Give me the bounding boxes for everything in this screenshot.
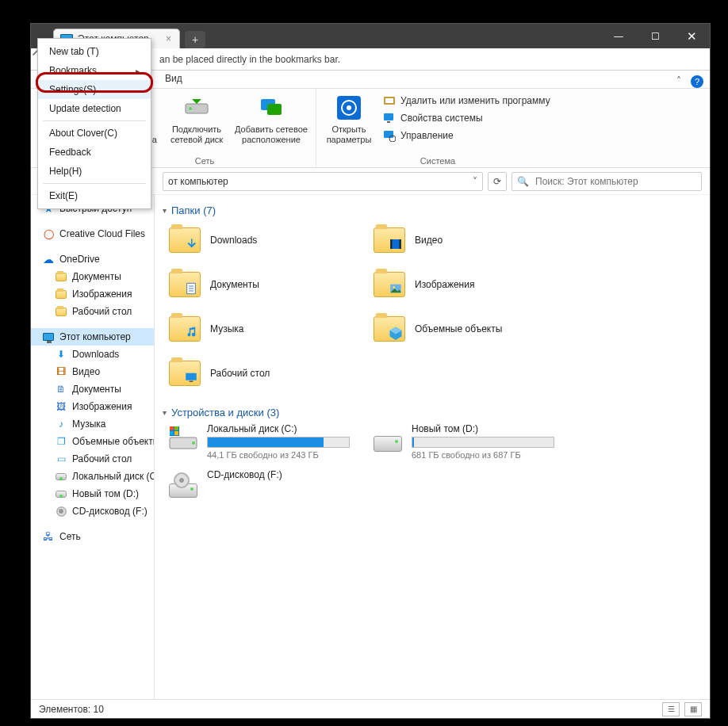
close-window-button[interactable]: ✕ <box>673 24 710 48</box>
status-items: Элементов: 10 <box>39 704 104 715</box>
nav-ddrive[interactable]: Новый том (D:) <box>31 485 154 502</box>
nav-cdrive[interactable]: Локальный диск (C:) <box>31 468 154 485</box>
folder-icon <box>374 227 405 253</box>
svg-rect-25 <box>186 373 197 380</box>
menu-feedback[interactable]: Feedback <box>38 143 151 162</box>
search-input[interactable] <box>534 175 696 188</box>
folder-icon <box>374 316 405 342</box>
group-drives-header[interactable]: ▾Устройства и диски (3) <box>163 407 702 418</box>
wrench-menu: New tab (T) Bookmarks▸ Settings(S) Updat… <box>37 38 151 209</box>
disc-icon <box>167 469 199 501</box>
nav-od-docs[interactable]: Документы <box>31 268 154 285</box>
search-icon: 🔍 <box>517 176 529 187</box>
group-folders-header[interactable]: ▾Папки (7) <box>163 204 702 216</box>
nav-this-pc[interactable]: Этот компьютер <box>31 328 154 346</box>
ribbon-item-system-props[interactable]: Свойства системы <box>380 111 554 125</box>
svg-rect-26 <box>190 381 193 383</box>
drive-icon <box>372 423 404 455</box>
collapse-ribbon-icon[interactable]: ˄ <box>672 74 686 88</box>
menu-exit[interactable]: Exit(E) <box>38 186 151 205</box>
creative-cloud-icon: ◯ <box>42 227 55 240</box>
folder-music[interactable]: Музыка <box>167 310 366 348</box>
menu-separator <box>43 120 146 121</box>
folder-docs[interactable]: Документы <box>167 266 366 304</box>
nav-dvd[interactable]: CD-дисковод (F:) <box>31 502 154 520</box>
ribbon-item-uninstall[interactable]: Удалить или изменить программу <box>380 94 554 108</box>
uninstall-icon <box>383 94 396 107</box>
chevron-down-icon[interactable]: ˅ <box>473 176 477 187</box>
menu-help[interactable]: Help(H) <box>38 162 151 181</box>
ribbon-item-manage[interactable]: Управление <box>380 128 554 143</box>
menu-about[interactable]: About Clover(C) <box>38 124 151 143</box>
new-tab-button[interactable]: + <box>185 31 205 48</box>
folder-pics[interactable]: Изображения <box>372 266 570 304</box>
folder-video[interactable]: Видео <box>372 221 570 259</box>
svg-point-4 <box>189 107 192 110</box>
nav-pics[interactable]: 🖼Изображения <box>31 398 154 415</box>
svg-rect-30 <box>170 426 174 430</box>
ribbon-item-map-drive[interactable]: Подключить сетевой диск <box>165 92 228 146</box>
folder-icon <box>55 305 67 318</box>
svg-rect-12 <box>384 113 393 120</box>
nav-onedrive[interactable]: ☁OneDrive <box>31 250 154 268</box>
svg-rect-18 <box>400 239 401 249</box>
folder-3d[interactable]: Объемные объекты <box>372 310 570 348</box>
video-icon: 🎞 <box>55 365 67 378</box>
nav-network[interactable]: 🖧Сеть <box>31 528 154 545</box>
nav-od-desk[interactable]: Рабочий стол <box>31 303 154 320</box>
pics-icon: 🖼 <box>55 400 67 413</box>
maximize-button[interactable]: ☐ <box>637 24 673 48</box>
drive-f[interactable]: CD-дисковод (F:) <box>167 469 366 501</box>
nav-ccf[interactable]: ◯Creative Cloud Files <box>31 225 154 243</box>
nav-3d[interactable]: ❒Объемные объекты <box>31 433 154 450</box>
nav-downloads[interactable]: ⬇Downloads <box>31 346 154 363</box>
folder-icon <box>55 288 67 300</box>
menu-bookmarks[interactable]: Bookmarks▸ <box>38 61 151 80</box>
menu-separator <box>43 183 146 184</box>
add-location-icon <box>258 94 285 121</box>
ribbon-group-label-system: Система <box>420 155 455 166</box>
minimize-button[interactable]: — <box>600 24 637 48</box>
drive-icon <box>55 487 67 500</box>
drive-c[interactable]: Локальный диск (C:) 44,1 ГБ свободно из … <box>167 423 366 460</box>
network-icon: 🖧 <box>42 530 55 543</box>
nav-tree[interactable]: ★Быстрый доступ ◯Creative Cloud Files ☁O… <box>31 195 155 699</box>
address-bar[interactable]: от компьютер ˅ <box>163 172 483 191</box>
cloud-icon: ☁ <box>42 253 55 266</box>
folder-icon <box>169 227 201 253</box>
chevron-down-icon: ▾ <box>163 408 167 417</box>
desktop-icon: ▭ <box>55 453 67 465</box>
view-details-button[interactable]: ☰ <box>662 702 680 716</box>
chevron-down-icon: ▾ <box>163 206 167 215</box>
ribbon-tab-view[interactable]: Вид <box>156 69 191 88</box>
ribbon-group-label-network: Сеть <box>195 155 214 166</box>
svg-rect-14 <box>384 131 393 138</box>
nav-od-pics[interactable]: Изображения <box>31 285 154 303</box>
folder-icon <box>374 272 405 297</box>
monitor-icon <box>42 331 55 343</box>
svg-point-9 <box>347 105 351 110</box>
nav-video[interactable]: 🎞Видео <box>31 363 154 380</box>
close-tab-icon[interactable]: × <box>166 34 171 44</box>
view-large-button[interactable]: ▦ <box>684 702 702 716</box>
nav-desk[interactable]: ▭Рабочий стол <box>31 450 154 468</box>
search-box[interactable]: 🔍 <box>512 172 702 191</box>
svg-rect-32 <box>170 431 174 435</box>
menu-update[interactable]: Update detection <box>38 99 151 118</box>
menu-new-tab[interactable]: New tab (T) <box>38 42 151 61</box>
ribbon-item-add-location[interactable]: Добавить сетевое расположение <box>232 92 311 146</box>
chevron-right-icon: ▸ <box>136 67 140 75</box>
drive-d[interactable]: Новый том (D:) 681 ГБ свободно из 687 ГБ <box>372 423 570 460</box>
folder-icon <box>55 270 67 283</box>
music-icon: ♪ <box>55 418 67 430</box>
folder-desk[interactable]: Рабочий стол <box>167 354 366 392</box>
menu-settings[interactable]: Settings(S) <box>38 80 151 99</box>
svg-rect-6 <box>267 104 282 115</box>
ribbon-item-open-settings[interactable]: Открыть параметры <box>321 92 377 146</box>
docs-icon: 🗎 <box>55 383 67 395</box>
nav-docs[interactable]: 🗎Документы <box>31 380 154 398</box>
folder-downloads[interactable]: Downloads <box>167 221 366 259</box>
nav-music[interactable]: ♪Музыка <box>31 415 154 433</box>
help-icon[interactable]: ? <box>691 75 703 88</box>
refresh-button[interactable]: ⟳ <box>488 172 507 191</box>
